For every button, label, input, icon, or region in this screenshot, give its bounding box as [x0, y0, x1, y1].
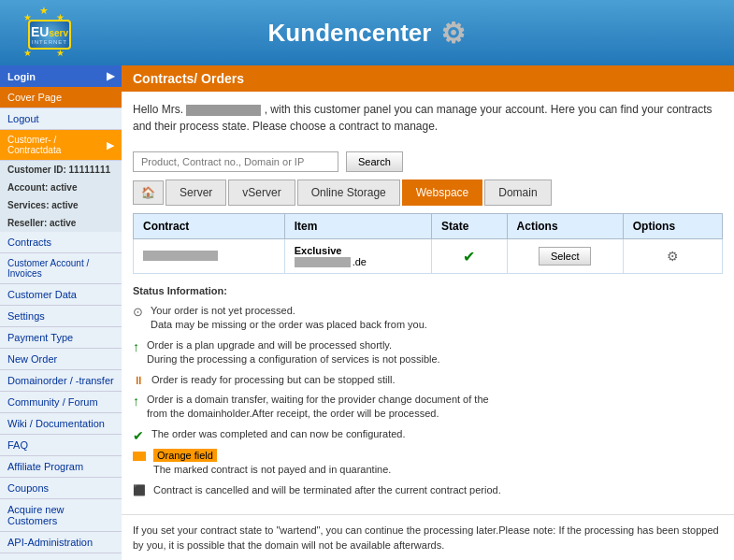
sidebar-item-wiki[interactable]: Wiki / Documentation — [0, 413, 122, 435]
clock-icon: ⊙ — [133, 305, 143, 319]
col-item: Item — [284, 214, 431, 239]
status-item-pause: ⏸ Order is ready for processing but can … — [133, 373, 723, 387]
sidebar-item-acquire[interactable]: Acquire new Customers — [0, 499, 122, 532]
search-button[interactable]: Search — [346, 151, 403, 172]
tabs-bar: 🏠 Server vServer Online Storage Webspace… — [122, 179, 734, 213]
sidebar-item-cover-page[interactable]: Cover Page — [0, 87, 122, 108]
main-content: Contracts/ Orders Hello Mrs. , with this… — [122, 65, 734, 560]
reseller-status: Reseller: active — [0, 214, 122, 232]
tab-vserver[interactable]: vServer — [228, 179, 295, 206]
logo-area: ★ ★ ★ ★ ★ EU serv INTERNET — [19, 3, 79, 64]
status-item-upgrade: ↑ Order is a plan upgrade and will be pr… — [133, 338, 723, 367]
contract-options: ⚙ — [623, 239, 722, 274]
gear-icon: ⚙ — [440, 17, 466, 50]
check-green-icon: ✔ — [133, 428, 144, 443]
up-arrow-icon: ↑ — [133, 339, 139, 354]
sidebar-item-contracts[interactable]: Contracts — [0, 232, 122, 253]
sidebar-login[interactable]: Login ▶ — [0, 65, 122, 87]
contract-item: Exclusive .de — [284, 239, 431, 274]
sidebar-item-logout[interactable]: Logout — [0, 108, 122, 130]
sidebar-item-affiliate[interactable]: Affiliate Program — [0, 456, 122, 478]
pause-icon: ⏸ — [133, 374, 144, 387]
col-options: Options — [623, 214, 722, 239]
sidebar-item-new-order[interactable]: New Order — [0, 349, 122, 370]
status-item-cancelled: ⬛ Contract is cancelled and will be term… — [133, 483, 723, 497]
status-item-completed: ✔ The order was completed and can now be… — [133, 427, 723, 443]
logo-eu: EU — [31, 24, 49, 39]
logo-internet: INTERNET — [32, 39, 67, 45]
contract-state: ✔ — [432, 239, 508, 274]
sidebar-item-customer[interactable]: Customer- / Contractdata ▶ — [0, 130, 122, 161]
sidebar-item-domain-order[interactable]: Domainorder / -transfer — [0, 370, 122, 392]
sidebar-item-api[interactable]: API-Administration — [0, 532, 122, 553]
table-row: Exclusive .de ✔ Select ⚙ — [134, 239, 723, 274]
customer-id: Customer ID: 11111111 — [0, 161, 122, 179]
options-gear-icon[interactable]: ⚙ — [667, 249, 679, 264]
sidebar-item-customer-account[interactable]: Customer Account / Invoices — [0, 253, 122, 284]
sidebar-item-community[interactable]: Community / Forum — [0, 392, 122, 413]
contract-name — [134, 239, 285, 274]
sidebar-item-settings[interactable]: Settings — [0, 306, 122, 327]
info-text: If you set your contract state to "warte… — [122, 514, 734, 560]
status-item-clock: ⊙ Your order is not yet processed. Data … — [133, 304, 723, 333]
transfer-icon: ↑ — [133, 394, 139, 409]
contracts-table: Contract Item State Actions Options Excl… — [133, 213, 723, 274]
tab-home[interactable]: 🏠 — [133, 180, 164, 205]
sidebar-item-coupons[interactable]: Coupons — [0, 478, 122, 499]
tab-server[interactable]: Server — [166, 179, 226, 206]
sidebar: Login ▶ Cover Page Logout Customer- / Co… — [0, 65, 122, 560]
header-title: Kundencenter ⚙ — [268, 17, 467, 50]
cancel-icon: ⬛ — [133, 484, 146, 496]
arrow-icon: ▶ — [107, 70, 114, 82]
orange-field-indicator — [133, 452, 146, 461]
customer-name-blurred — [186, 105, 261, 116]
page-header: ★ ★ ★ ★ ★ EU serv INTERNET Kundencenter … — [0, 0, 734, 65]
logo-serv: serv — [49, 28, 68, 38]
sidebar-item-payment[interactable]: Payment Type — [0, 327, 122, 349]
tab-domain[interactable]: Domain — [484, 179, 551, 206]
status-item-transfer: ↑ Order is a domain transfer, waiting fo… — [133, 393, 723, 422]
sidebar-item-customer-data[interactable]: Customer Data — [0, 284, 122, 306]
search-input[interactable] — [133, 151, 338, 172]
sidebar-item-faq[interactable]: FAQ — [0, 435, 122, 456]
account-status: Account: active — [0, 179, 122, 196]
col-state: State — [432, 214, 508, 239]
status-section: Status Information: ⊙ Your order is not … — [122, 274, 734, 514]
tab-online-storage[interactable]: Online Storage — [297, 179, 400, 206]
select-button[interactable]: Select — [539, 247, 592, 266]
services-status: Services: active — [0, 196, 122, 214]
col-actions: Actions — [507, 214, 623, 239]
tab-webspace[interactable]: Webspace — [402, 179, 482, 206]
status-title: Status Information: — [133, 285, 227, 296]
state-checkmark: ✔ — [463, 249, 475, 265]
orange-field-label: Orange field — [153, 449, 217, 462]
contract-actions: Select — [507, 239, 623, 274]
search-bar: Search — [122, 144, 734, 179]
status-item-quarantine: Orange field The marked contract is not … — [133, 449, 723, 478]
col-contract: Contract — [134, 214, 285, 239]
sidebar-item-support[interactable]: Support Requests — [0, 553, 122, 560]
page-title: Contracts/ Orders — [122, 65, 734, 92]
welcome-text: Hello Mrs. , with this customer panel yo… — [122, 92, 734, 144]
arrow-icon: ▶ — [107, 139, 114, 151]
main-wrapper: Login ▶ Cover Page Logout Customer- / Co… — [0, 65, 734, 560]
